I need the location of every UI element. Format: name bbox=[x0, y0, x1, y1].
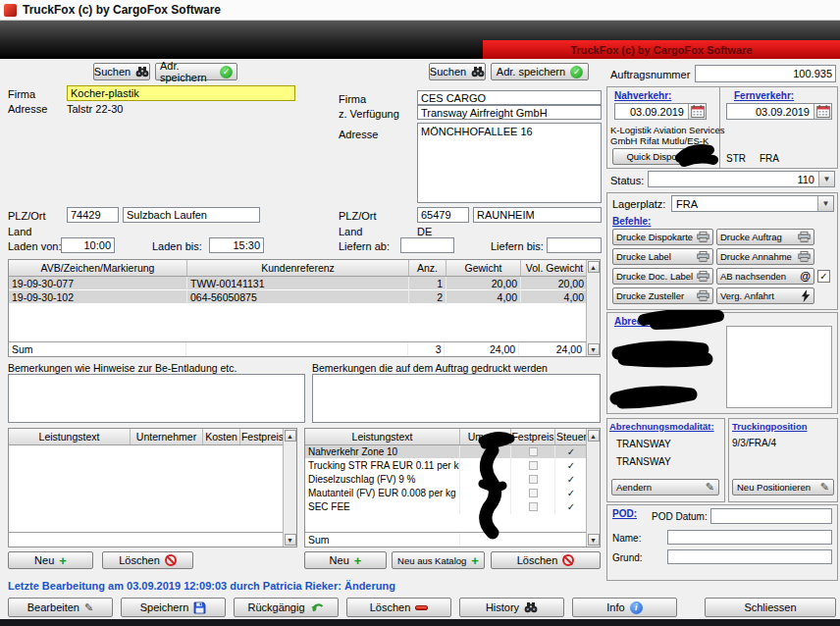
cell-steuer[interactable]: ✓ bbox=[555, 459, 588, 473]
fernverkehr-date-field[interactable]: 03.09.2019 bbox=[726, 103, 832, 120]
pod-name-input[interactable] bbox=[667, 530, 832, 545]
pickup-adresse-value[interactable]: Talstr 22-30 bbox=[67, 103, 123, 115]
col-gewicht-header[interactable]: Gewicht bbox=[446, 260, 521, 276]
col-festpreis-header[interactable]: Festpreis bbox=[240, 429, 285, 444]
umsatz-neu-button[interactable]: Neu + bbox=[304, 551, 387, 569]
verg-anfahrt-button[interactable]: Verg. Anfahrt bbox=[716, 287, 814, 304]
pod-grund-input[interactable] bbox=[667, 549, 832, 564]
ab-nachsenden-button[interactable]: AB nachsenden @ bbox=[716, 268, 814, 285]
delivery-firma-input[interactable]: CES CARGO bbox=[417, 90, 602, 105]
pickup-plz-input[interactable]: 74429 bbox=[67, 207, 119, 223]
drucke-doc-label-button[interactable]: Drucke Doc. Label bbox=[612, 268, 713, 285]
scroll-down-icon[interactable]: ▼ bbox=[588, 343, 600, 355]
cell-festpreis[interactable] bbox=[511, 487, 555, 500]
festpreis-checkbox[interactable] bbox=[529, 489, 538, 497]
pickup-search-button[interactable]: Suchen bbox=[93, 63, 150, 80]
col-anz-header[interactable]: Anz. bbox=[409, 260, 446, 276]
kosten-loeschen-button[interactable]: Löschen bbox=[102, 551, 193, 569]
umsatz-row[interactable]: SEC FEE ✓ bbox=[305, 500, 600, 514]
chevron-down-icon[interactable]: ▼ bbox=[817, 196, 833, 211]
cell-steuer[interactable]: ✓ bbox=[555, 445, 588, 459]
umsatz-row[interactable]: Nahverkehr Zone 10 ✓ bbox=[305, 445, 600, 459]
lagerplatz-dropdown[interactable]: FRA ▼ bbox=[671, 195, 834, 212]
speichern-button[interactable]: Speichern bbox=[121, 598, 226, 617]
col-festpreis-header[interactable]: Festpreis bbox=[511, 429, 555, 444]
bearbeiten-button[interactable]: Bearbeiten ✎ bbox=[8, 598, 113, 617]
festpreis-checkbox[interactable] bbox=[529, 461, 538, 470]
col-kundenreferenz-header[interactable]: Kundenreferenz bbox=[187, 260, 409, 276]
delivery-plz-input[interactable]: 65479 bbox=[417, 207, 469, 223]
history-button[interactable]: History bbox=[459, 598, 564, 617]
nahverkehr-date-field[interactable]: 03.09.2019 bbox=[614, 103, 707, 120]
schliessen-button[interactable]: Schliessen bbox=[705, 598, 836, 617]
cell-steuer[interactable]: ✓ bbox=[555, 473, 588, 487]
cell-steuer[interactable]: ✓ bbox=[555, 500, 588, 514]
calendar-icon-button[interactable] bbox=[814, 104, 831, 119]
cell-steuer[interactable]: ✓ bbox=[555, 487, 588, 500]
pickup-ort-input[interactable]: Sulzbach Laufen bbox=[123, 207, 260, 223]
col-vol-gewicht-header[interactable]: Vol. Gewicht bbox=[521, 260, 588, 276]
aendern-button[interactable]: Aendern ✎ bbox=[611, 479, 719, 496]
scroll-up-icon[interactable]: ▲ bbox=[285, 430, 296, 442]
info-button[interactable]: Info i bbox=[572, 598, 677, 617]
rueckgaengig-button[interactable]: Rückgängig bbox=[234, 598, 339, 617]
abrechnung-listbox[interactable] bbox=[726, 326, 832, 408]
delivery-verfuegung-input[interactable]: Transway Airfreight GmbH bbox=[417, 105, 602, 120]
kosten-neu-button[interactable]: Neu + bbox=[8, 551, 93, 569]
festpreis-checkbox[interactable] bbox=[529, 475, 538, 484]
cell-festpreis[interactable] bbox=[511, 459, 555, 473]
umsatz-table-scrollbar[interactable]: ▲ ▼ bbox=[586, 429, 600, 547]
calendar-icon-button[interactable] bbox=[688, 104, 706, 119]
delivery-save-address-button[interactable]: Adr. speichern ✓ bbox=[491, 63, 589, 80]
fernverkehr-link[interactable]: Fernverkehr: bbox=[734, 90, 794, 101]
pickup-save-address-button[interactable]: Adr. speichern ✓ bbox=[155, 63, 237, 80]
bemerkungen-auftrag-textarea[interactable] bbox=[312, 374, 601, 423]
pod-datum-input[interactable] bbox=[710, 508, 832, 524]
quick-dispo-button[interactable]: Quick Dispo bbox=[612, 148, 691, 165]
bemerkungen-hinweise-textarea[interactable] bbox=[8, 374, 305, 423]
delivery-liefern-bis-input[interactable] bbox=[547, 237, 602, 253]
header-tab[interactable]: TruckFox (c) by CargoFox Software bbox=[483, 40, 840, 59]
col-leistungstext-header[interactable]: Leistungstext bbox=[305, 429, 460, 444]
col-avb-header[interactable]: AVB/Zeichen/Markierung bbox=[9, 260, 187, 276]
shipment-table-scrollbar[interactable]: ▲ ▼ bbox=[586, 260, 600, 356]
festpreis-checkbox[interactable] bbox=[529, 447, 538, 456]
umsatz-row[interactable]: Dieselzuschlag (FV) 9 % ✓ bbox=[305, 473, 600, 487]
drucke-dispokarte-button[interactable]: Drucke Dispokarte bbox=[612, 229, 713, 245]
loeschen-button[interactable]: Löschen bbox=[346, 598, 451, 617]
ab-nachsenden-checkbox[interactable]: ✓ bbox=[817, 270, 830, 283]
nahverkehr-link[interactable]: Nahverkehr: bbox=[614, 90, 671, 101]
scroll-up-icon[interactable]: ▲ bbox=[588, 261, 600, 273]
auftragsnummer-input[interactable]: 100.935 bbox=[695, 65, 836, 82]
cell-festpreis[interactable] bbox=[511, 473, 555, 487]
col-leistungstext-header[interactable]: Leistungstext bbox=[9, 429, 131, 444]
cell-festpreis[interactable] bbox=[511, 445, 555, 459]
scroll-down-icon[interactable]: ▼ bbox=[285, 534, 296, 546]
status-dropdown[interactable]: 110 ▼ bbox=[648, 171, 835, 187]
delivery-land-value[interactable]: DE bbox=[417, 226, 432, 237]
kosten-table-scrollbar[interactable]: ▲ ▼ bbox=[283, 429, 296, 547]
col-steuer-header[interactable]: Steuer bbox=[555, 429, 588, 444]
drucke-zusteller-button[interactable]: Drucke Zusteller bbox=[612, 287, 713, 304]
scroll-down-icon[interactable]: ▼ bbox=[588, 534, 600, 546]
drucke-annahme-button[interactable]: Drucke Annahme bbox=[716, 248, 814, 265]
shipment-row[interactable]: 19-09-30-102 064-56050875 2 4,00 4,00 bbox=[9, 290, 600, 304]
pickup-laden-bis-input[interactable]: 15:30 bbox=[209, 237, 264, 253]
umsatz-loeschen-button[interactable]: Löschen bbox=[491, 551, 601, 569]
col-kosten-header[interactable]: Kosten bbox=[203, 429, 240, 444]
pickup-laden-von-input[interactable]: 10:00 bbox=[61, 237, 115, 253]
neu-positionieren-button[interactable]: Neu Positionieren ✎ bbox=[732, 479, 834, 496]
drucke-auftrag-button[interactable]: Drucke Auftrag bbox=[716, 229, 814, 245]
cell-festpreis[interactable] bbox=[511, 500, 555, 514]
umsatz-row[interactable]: Trucking STR FRA EUR 0.11 per kg ✓ bbox=[305, 459, 600, 473]
col-unternehmer-header[interactable]: Unternehmer bbox=[131, 429, 203, 444]
col-umsatz-header[interactable]: Umsatz bbox=[460, 429, 511, 444]
umsatz-row[interactable]: Mautanteil (FV) EUR 0.008 per kg ✓ bbox=[305, 487, 600, 500]
neu-aus-katalog-button[interactable]: Neu aus Katalog + bbox=[392, 551, 485, 569]
delivery-ort-input[interactable]: RAUNHEIM bbox=[473, 207, 602, 223]
shipment-row[interactable]: 19-09-30-077 TWW-00141131 1 20,00 20,00 bbox=[9, 277, 600, 290]
festpreis-checkbox[interactable] bbox=[529, 502, 538, 511]
scroll-up-icon[interactable]: ▲ bbox=[588, 430, 600, 442]
delivery-liefern-ab-input[interactable] bbox=[400, 237, 454, 253]
delivery-search-button[interactable]: Suchen bbox=[429, 63, 486, 80]
